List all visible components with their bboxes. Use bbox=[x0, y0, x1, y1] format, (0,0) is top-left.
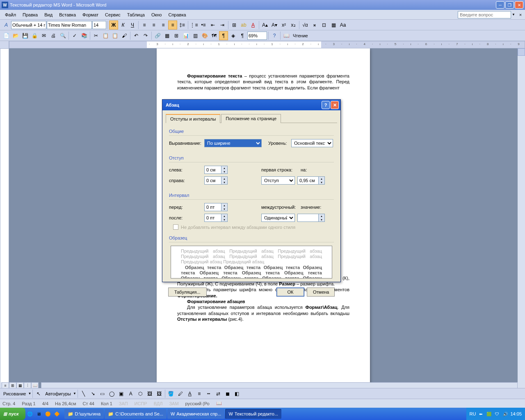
superscript-button[interactable]: x² bbox=[279, 21, 288, 30]
status-rec[interactable]: ЗАП bbox=[119, 401, 128, 406]
equation-button[interactable]: √α bbox=[301, 21, 310, 30]
showmarks-button[interactable]: ◈ bbox=[228, 31, 237, 40]
char-border-button[interactable]: ⊡ bbox=[320, 21, 329, 30]
spinner-up[interactable]: ▲ bbox=[319, 214, 324, 218]
tray-icon-3[interactable]: 🛡 bbox=[494, 411, 500, 417]
reading-button[interactable]: Чтение bbox=[291, 33, 310, 38]
oval-button[interactable]: ◯ bbox=[107, 389, 116, 398]
tabs-button[interactable]: Табуляция... bbox=[168, 288, 207, 297]
numbered-list-button[interactable]: ⋮≡ bbox=[189, 21, 199, 30]
start-button[interactable]: ⊞ пуск bbox=[0, 408, 25, 420]
menu-format[interactable]: Формат bbox=[79, 11, 102, 18]
redo-button[interactable]: ↷ bbox=[141, 31, 150, 40]
highlight-button[interactable]: ab bbox=[239, 21, 248, 30]
drawing-button[interactable]: 🎨 bbox=[200, 31, 209, 40]
firstline-by-input[interactable] bbox=[297, 176, 319, 185]
quick-launch-media[interactable]: 🟠 bbox=[44, 410, 52, 418]
font-color-button[interactable]: A bbox=[249, 21, 258, 30]
taskbar-item-2[interactable]: 📁C:\Documents and Se... bbox=[105, 409, 167, 419]
menu-edit[interactable]: Правка bbox=[19, 11, 41, 18]
reading-icon[interactable]: 📖 bbox=[282, 31, 291, 40]
subscript-button[interactable]: x₂ bbox=[289, 21, 298, 30]
indent-right-input[interactable] bbox=[204, 176, 221, 185]
spinner-up[interactable]: ▲ bbox=[221, 166, 227, 170]
columns-button-2[interactable]: ▥ bbox=[191, 31, 200, 40]
taskbar-item-3[interactable]: WАкадемическая спр... bbox=[167, 409, 224, 419]
decrease-indent-button[interactable]: ⇤ bbox=[208, 21, 217, 30]
menu-help[interactable]: Справка bbox=[165, 11, 189, 18]
spinner-up[interactable]: ▲ bbox=[319, 177, 324, 180]
undo-button[interactable]: ↶ bbox=[132, 31, 141, 40]
no-space-checkbox[interactable] bbox=[173, 224, 178, 230]
line-button[interactable]: ╲ bbox=[79, 389, 88, 398]
underline-button[interactable]: Ч bbox=[128, 21, 137, 30]
diagram-button[interactable]: ⬡ bbox=[136, 389, 145, 398]
menu-window[interactable]: Окно bbox=[148, 11, 165, 18]
tab-indents[interactable]: Отступы и интервалы bbox=[166, 114, 220, 123]
taskbar-item-1[interactable]: 📁D:\шульгина bbox=[64, 409, 104, 419]
research-button[interactable]: 📚 bbox=[80, 31, 89, 40]
save-button[interactable]: 💾 bbox=[21, 31, 30, 40]
tables-borders-button[interactable]: ▦ bbox=[162, 31, 171, 40]
showall-button[interactable]: ¶ bbox=[219, 31, 228, 40]
3d-button[interactable]: ◧ bbox=[233, 389, 242, 398]
style-icon[interactable]: A bbox=[2, 21, 11, 30]
cancel-button[interactable]: Отмена bbox=[307, 288, 335, 297]
dialog-close-button[interactable]: ✕ bbox=[331, 101, 339, 109]
spinner-down[interactable]: ▼ bbox=[221, 218, 227, 221]
align-justify-button[interactable]: ≡ bbox=[168, 21, 177, 30]
italic-button[interactable]: К bbox=[119, 21, 128, 30]
style-combo[interactable] bbox=[11, 21, 46, 29]
close-button[interactable]: ✕ bbox=[515, 1, 523, 9]
zoom-combo[interactable] bbox=[247, 32, 267, 40]
alignment-combo[interactable]: По ширине bbox=[204, 139, 262, 147]
status-lang[interactable]: русский (Ро bbox=[185, 401, 210, 406]
size-combo[interactable] bbox=[92, 21, 106, 29]
open-button[interactable]: 📂 bbox=[11, 31, 20, 40]
draw-menu[interactable]: Рисование bbox=[2, 391, 27, 396]
align-left-button[interactable]: ≡ bbox=[140, 21, 149, 30]
horizontal-ruler[interactable]: ·3·ı·2·ı·1·ı··ı·1·ı·2·ı·3·ı·4·ı·5·ı·6·ı·… bbox=[0, 41, 525, 48]
wordart-button[interactable]: A bbox=[126, 389, 135, 398]
increase-indent-button[interactable]: ⇥ bbox=[218, 21, 227, 30]
columns-button[interactable]: ▦ bbox=[329, 21, 338, 30]
picture-button[interactable]: 🖼 bbox=[155, 389, 164, 398]
pilcrow-button[interactable]: ¶ bbox=[238, 31, 247, 40]
spinner-up[interactable]: ▲ bbox=[221, 177, 227, 180]
font-combo[interactable] bbox=[47, 21, 92, 29]
spinner-up[interactable]: ▲ bbox=[221, 203, 227, 207]
status-book-icon[interactable]: 📖 bbox=[216, 401, 222, 406]
shadow-button[interactable]: ◼ bbox=[223, 389, 232, 398]
status-ovr[interactable]: ЗАМ bbox=[169, 401, 178, 406]
borders-button[interactable]: ⊞ bbox=[230, 21, 239, 30]
space-after-input[interactable] bbox=[204, 214, 221, 222]
line-spacing-button[interactable]: ‡≡ bbox=[178, 21, 187, 30]
preview-button[interactable]: 🔍 bbox=[58, 31, 67, 40]
tray-icon-2[interactable]: 🟩 bbox=[486, 411, 492, 417]
bulleted-list-button[interactable]: •≡ bbox=[199, 21, 208, 30]
copy-button[interactable]: 📋 bbox=[101, 31, 110, 40]
firstline-combo[interactable]: Отступ bbox=[261, 176, 295, 185]
new-button[interactable]: 📄 bbox=[2, 31, 11, 40]
format-painter-button[interactable]: 🖌 bbox=[120, 31, 129, 40]
tray-icon-4[interactable]: 🔊 bbox=[502, 411, 509, 417]
tray-icon-1[interactable]: ⬅ bbox=[477, 411, 484, 417]
help-dropdown-icon[interactable]: ▼ bbox=[511, 13, 516, 16]
rectangle-button[interactable]: ▭ bbox=[98, 389, 107, 398]
help-button[interactable]: ? bbox=[270, 31, 279, 40]
vertical-ruler[interactable] bbox=[0, 48, 9, 395]
change-case-button[interactable]: Aa bbox=[338, 21, 347, 30]
tray-lang[interactable]: RU bbox=[470, 411, 476, 416]
clipart-button[interactable]: 🖼 bbox=[145, 389, 154, 398]
close-help-icon[interactable]: × bbox=[518, 12, 523, 18]
spinner-down[interactable]: ▼ bbox=[319, 218, 324, 221]
print-button[interactable]: 🖨 bbox=[49, 31, 58, 40]
menu-table[interactable]: Таблица bbox=[124, 11, 148, 18]
taskbar-item-4[interactable]: WТекстовый редакто... bbox=[225, 409, 281, 419]
cut-button[interactable]: ✂ bbox=[91, 31, 100, 40]
select-objects-button[interactable]: ↖ bbox=[34, 389, 43, 398]
space-before-input[interactable] bbox=[204, 203, 221, 211]
quick-launch-desktop[interactable]: 🖥 bbox=[35, 410, 43, 418]
quick-launch-ie[interactable]: 🌐 bbox=[26, 410, 34, 418]
bold-button[interactable]: Ж bbox=[109, 21, 118, 30]
